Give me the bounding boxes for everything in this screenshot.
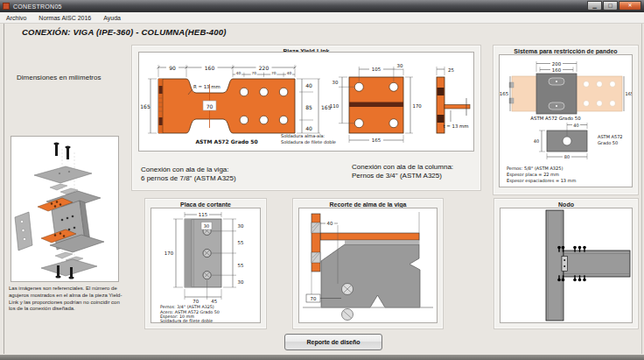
svg-text:t = 13 mm: t = 13 mm: [443, 124, 468, 129]
window-edge-right: [641, 24, 642, 354]
units-note: Dimensiones en milímetros: [17, 74, 101, 81]
menu-bar: Archivo Normas AISC 2016 Ayuda: [0, 12, 644, 24]
svg-text:170: 170: [164, 251, 174, 256]
group-pandeo-title: Sistema para restricción de pandeo: [510, 48, 620, 54]
group-nodo-title: Nodo: [555, 201, 578, 208]
svg-text:70: 70: [192, 299, 199, 304]
group-placa-title: Placa de cortante: [177, 201, 234, 208]
svg-text:105: 105: [372, 67, 381, 72]
window-edge-left: [4, 24, 4, 354]
recorte-drawing: 40 70: [299, 208, 437, 322]
yield-link-drawing: 70 R = 13 mm 90 160 220: [139, 53, 473, 151]
title-bar: CONESTRON05 ▁ ▢ ✕: [0, 0, 644, 12]
svg-text:110: 110: [330, 103, 340, 109]
connection-exploded-image: [10, 136, 119, 282]
svg-text:Soldadura de filete doble: Soldadura de filete doble: [281, 139, 336, 145]
disclaimer-text: Las imágenes son referenciales. El númer…: [9, 286, 124, 313]
svg-text:Espesor espaciadores = 13 mm: Espesor espaciadores = 13 mm: [507, 178, 576, 184]
minimize-button[interactable]: ▁: [587, 1, 602, 11]
svg-text:Soldadura alma-ala:: Soldadura alma-ala:: [281, 133, 326, 138]
svg-text:160: 160: [205, 65, 215, 71]
report-button[interactable]: Reporte de diseño: [284, 334, 382, 350]
svg-text:165: 165: [500, 91, 508, 96]
svg-text:70: 70: [311, 296, 317, 301]
svg-text:40: 40: [287, 71, 292, 75]
column-plate-view: 105 30 30 110 170 165: [330, 63, 423, 143]
close-button[interactable]: ✕: [619, 1, 641, 11]
column-connection-caption: Conexión con ala de la columna: Pernos d…: [352, 163, 453, 180]
shear-plate-view: 30 115 170 30 55 55 30: [164, 212, 244, 304]
svg-text:30: 30: [397, 63, 403, 68]
web-cut-view: 40 70: [303, 212, 433, 321]
svg-text:Espesor placa = 22 mm: Espesor placa = 22 mm: [507, 172, 559, 178]
svg-text:30: 30: [238, 223, 244, 229]
spacer-plate-view: 40 40 80 ASTM A572 Grado 50: [534, 122, 623, 159]
svg-text:85: 85: [305, 104, 312, 110]
svg-text:70: 70: [271, 71, 276, 75]
svg-text:55: 55: [238, 263, 244, 268]
svg-text:160: 160: [552, 67, 562, 73]
svg-text:Soldadura de filete doble: Soldadura de filete doble: [160, 319, 213, 322]
svg-text:40: 40: [327, 221, 333, 226]
group-recorte-title: Recorte de alma de la viga: [326, 201, 410, 208]
svg-text:ASTM A572 Grado 50: ASTM A572 Grado 50: [530, 116, 581, 121]
recorte-canvas: 40 70: [298, 208, 438, 323]
page-title: CONEXIÓN: VIGA (IPE-360) - COLUMNA(HEB-4…: [22, 27, 227, 37]
svg-text:90: 90: [169, 65, 176, 71]
nodo-canvas: [500, 208, 633, 323]
svg-text:ASTM A572 Grado 50: ASTM A572 Grado 50: [195, 138, 257, 145]
svg-text:25: 25: [448, 67, 454, 73]
app-icon: [3, 3, 10, 10]
pandeo-canvas: 200 160 165 165 ASTM A572 Grado 50 40 40: [499, 54, 633, 187]
window-title: CONESTRON05: [13, 4, 62, 10]
node-view: [546, 210, 630, 321]
svg-text:200: 200: [552, 61, 562, 67]
svg-text:220: 220: [259, 65, 270, 71]
svg-text:Acero: ASTM A572 Grado 50: Acero: ASTM A572 Grado 50: [160, 310, 220, 314]
menu-archivo[interactable]: Archivo: [0, 15, 32, 21]
svg-text:165: 165: [140, 103, 150, 109]
svg-text:Grado 50: Grado 50: [598, 140, 618, 145]
svg-text:30: 30: [204, 223, 209, 229]
nodo-drawing: [500, 208, 632, 322]
svg-text:Pernos: 5/8" (ASTM A325): Pernos: 5/8" (ASTM A325): [507, 166, 563, 171]
svg-text:165: 165: [626, 91, 633, 96]
placa-drawing: 30 115 170 30 55 55 30: [151, 208, 260, 322]
svg-text:45: 45: [211, 299, 217, 304]
svg-text:40: 40: [305, 82, 312, 88]
application-window: CONESTRON05 ▁ ▢ ✕ Archivo Normas AISC 20…: [0, 0, 644, 360]
yield-link-canvas: 70 R = 13 mm 90 160 220: [138, 52, 474, 152]
restraint-plate-view: 200 160 165 165 ASTM A572 Grado 50: [500, 60, 632, 121]
svg-text:55: 55: [238, 240, 244, 245]
svg-text:40: 40: [534, 138, 539, 144]
svg-text:40: 40: [236, 71, 242, 75]
svg-text:R = 13 mm: R = 13 mm: [193, 84, 220, 89]
svg-text:ASTM A572: ASTM A572: [598, 134, 623, 139]
placa-canvas: 30 115 170 30 55 55 30: [150, 208, 261, 323]
svg-text:115: 115: [199, 212, 207, 217]
window-edge-bottom: [0, 355, 644, 360]
svg-text:40: 40: [573, 123, 578, 128]
svg-text:40: 40: [305, 125, 312, 131]
side-view: 25 t = 13 mm: [437, 67, 470, 133]
pandeo-drawing: 200 160 165 165 ASTM A572 Grado 50 40 40: [500, 55, 632, 187]
svg-text:30: 30: [332, 80, 339, 85]
menu-ayuda[interactable]: Ayuda: [97, 15, 127, 21]
menu-normas-aisc[interactable]: Normas AISC 2016: [32, 15, 97, 21]
maximize-button[interactable]: ▢: [603, 1, 618, 11]
svg-text:Pernos: 3/4" (ASTM A325): Pernos: 3/4" (ASTM A325): [160, 305, 214, 309]
svg-text:80: 80: [564, 154, 570, 159]
svg-text:170: 170: [413, 103, 423, 109]
svg-text:165: 165: [372, 138, 381, 143]
exploded-view-drawing: [11, 137, 118, 281]
svg-text:70: 70: [251, 71, 256, 75]
beam-connection-caption: Conexión con ala de la viga: 6 pernos de…: [141, 166, 236, 183]
svg-text:70: 70: [206, 103, 214, 109]
svg-text:30: 30: [238, 279, 244, 285]
